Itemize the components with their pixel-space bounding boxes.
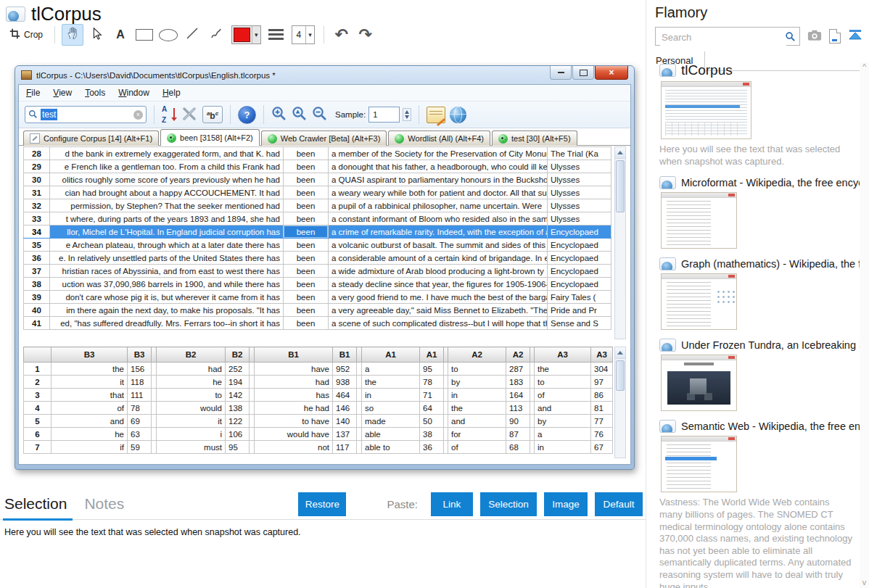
corpus-tab: been [3158] (Alt+F2) [160, 129, 260, 146]
sidebar-search-row [655, 27, 869, 46]
sample-label: Sample: [335, 110, 366, 119]
wordlist-body: 1the156had252have952a95to287the3042it118… [24, 363, 613, 454]
help-icon: ? [238, 106, 256, 124]
concordance-table: 28d the bank in extremely exaggerated fo… [23, 146, 611, 330]
window-icon [21, 70, 32, 80]
select-tool-button[interactable] [86, 24, 107, 46]
main-panel: tlCorpus Crop A ▾ 4 ▾ [0, 0, 646, 588]
undo-icon: ↶ [335, 25, 348, 44]
paste-default-button[interactable]: Default [595, 492, 643, 516]
menu-item-tools: Tools [85, 88, 105, 98]
concordance-row: 28d the bank in extremely exaggerated fo… [24, 147, 611, 160]
crop-button[interactable]: Crop [4, 24, 48, 46]
minimize-icon [550, 66, 572, 80]
corpus-tab-bar: Configure Corpus [14] (Alt+F1)been [3158… [19, 128, 630, 146]
chevron-down-icon: ▾ [252, 26, 260, 44]
page-icon[interactable] [829, 29, 841, 44]
scrollbar-thumb [616, 160, 625, 212]
snapshot-thumbnail[interactable] [661, 436, 737, 492]
case-sensitive-icon: abc [202, 106, 223, 123]
snapshot-item[interactable]: tlCorpusHere you will see the text that … [659, 62, 860, 167]
sample-control: Sample: 1 [335, 107, 411, 123]
sidebar-scrollbar[interactable]: ^ v [860, 62, 869, 588]
tab-selection[interactable]: Selection [4, 495, 67, 513]
divider [419, 105, 419, 124]
tools-icon [181, 105, 198, 124]
snapshot-item[interactable]: Semantic Web - Wikipedia, the free encyc… [659, 420, 860, 588]
wordlist-scrollbar [614, 347, 626, 458]
undo-button[interactable]: ↶ [331, 24, 353, 46]
line-width-icon [268, 29, 284, 41]
divider [54, 26, 55, 44]
paste-label: Paste: [387, 498, 418, 510]
screenshot-viewport[interactable]: tlCorpus - C:\Users\David\Documents\tlCo… [0, 45, 646, 489]
close-icon: × [595, 66, 628, 80]
line-width-button[interactable] [265, 24, 287, 46]
redo-icon: ↷ [359, 25, 372, 44]
paste-selection-button[interactable]: Selection [480, 492, 537, 516]
rectangle-tool-button[interactable] [133, 24, 155, 46]
window-menubar: FileViewToolsWindowHelp [19, 85, 630, 102]
camera-icon[interactable] [807, 29, 822, 44]
concordance-scrollbar [614, 146, 626, 339]
wordlist-row: 1the156had252have952a95to287the304 [24, 363, 613, 376]
snapshot-item[interactable]: Microformat - Wikipedia, the free encycl… [659, 176, 860, 249]
divider [154, 105, 155, 124]
sidebar: Flamory Personal tlCorpusHere you will s… [646, 0, 869, 588]
wordlist-row: 2it118he194had938the78by183to97 [24, 376, 613, 389]
freehand-tool-button[interactable] [205, 24, 227, 46]
color-swatch [234, 28, 250, 42]
line-tool-button[interactable] [181, 24, 203, 46]
snapshot-thumbnail[interactable] [661, 273, 737, 330]
corpus-search-box: test × [25, 106, 147, 123]
concordance-row: 33t where, during parts of the years 189… [24, 212, 611, 225]
paste-image-button[interactable]: Image [544, 492, 588, 516]
snapshot-list: tlCorpusHere you will see the text that … [646, 62, 860, 588]
sidebar-title: Flamory [655, 4, 869, 21]
snapshot-item[interactable]: Under Frozen Tundra, an Icebreaking Ship… [659, 339, 860, 411]
redo-button[interactable]: ↷ [355, 24, 376, 46]
snapshot-icon [659, 257, 676, 270]
concordance-row: 36e. In relatively unsettled parts of th… [24, 252, 611, 265]
wordlist-row: 5and69it122to have140made50and90by77 [24, 415, 613, 428]
wordlist-row: 4of78would138he had146so64the113and81 [24, 402, 613, 415]
snapshot-thumbnail[interactable] [661, 355, 737, 411]
snapshot-thumbnail[interactable] [661, 81, 751, 139]
scroll-down-icon: v [860, 578, 869, 587]
corpus-search-value: test [41, 109, 57, 120]
hand-tool-button[interactable] [62, 24, 83, 46]
snapshot-thumbnail[interactable] [661, 192, 737, 249]
active-tab-underline [3, 518, 73, 521]
text-tool-button[interactable]: A [110, 24, 131, 46]
ellipse-tool-button[interactable] [157, 24, 179, 46]
snapshot-item[interactable]: Graph (mathematics) - Wikipedia, the fre… [659, 257, 860, 330]
color-picker[interactable]: ▾ [231, 25, 261, 44]
scroll-up-icon [615, 347, 625, 359]
search-input[interactable] [660, 28, 786, 46]
snapshot-icon [659, 176, 676, 189]
snapshot-description: Here you will see the text that was sele… [659, 144, 858, 167]
stroke-size-select[interactable]: 4 ▾ [292, 25, 315, 44]
menu-item-view: View [53, 88, 72, 98]
tab-notes[interactable]: Notes [84, 495, 124, 513]
corpus-tab: Web Crawler [Beta] (Alt+F3) [261, 131, 387, 146]
captured-window: tlCorpus - C:\Users\David\Documents\tlCo… [15, 65, 635, 470]
concordance-row: 37hristian races of Abyssinia, and from … [24, 265, 611, 278]
window-body: FileViewToolsWindowHelp test × AZ abc ? [18, 84, 631, 465]
tab-icon [30, 133, 40, 144]
web-icon [450, 107, 466, 123]
tab-icon [268, 134, 277, 144]
zoom-out-icon [312, 106, 328, 123]
tab-icon [395, 134, 404, 144]
concordance-row: 29e French like a gentleman too. From a … [24, 160, 611, 173]
restore-button[interactable]: Restore [298, 492, 346, 516]
scroll-up-icon [615, 147, 625, 159]
paste-link-button[interactable]: Link [431, 492, 473, 516]
window-controls: × [549, 66, 628, 80]
wordlist-table: B3B3B2B2B1B1A1A1A2A2A3A3 1the156had252ha… [23, 347, 613, 454]
scroll-top-icon[interactable] [848, 29, 862, 44]
menu-item-file: File [26, 88, 40, 98]
bottom-tab-bar: Selection Notes Restore Paste: Link Sele… [0, 489, 646, 520]
hand-icon [65, 26, 80, 44]
search-icon [785, 31, 796, 42]
